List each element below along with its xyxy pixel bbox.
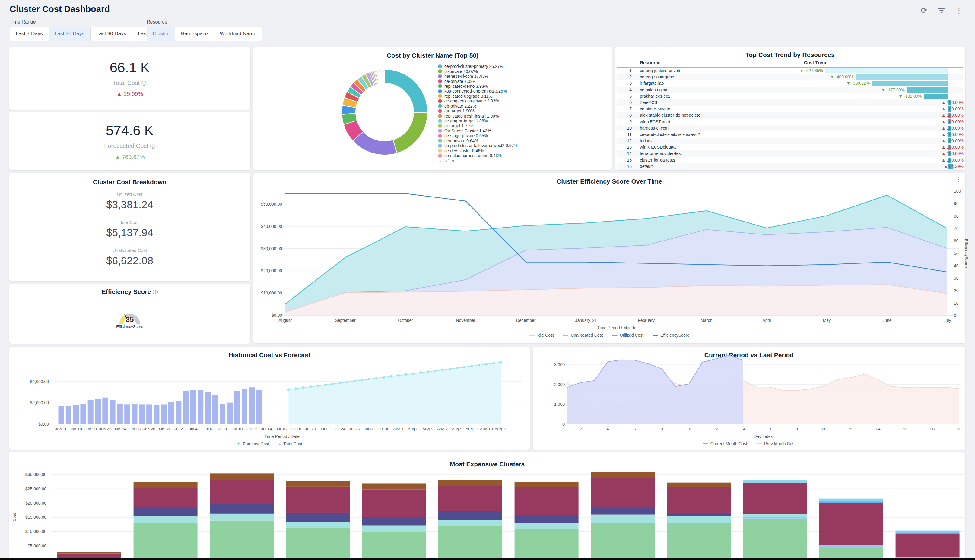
x-axis-tick: 18 [795, 427, 799, 431]
trend-value: ▲ 100.00% [942, 158, 963, 162]
info-icon[interactable]: ⓘ [153, 289, 158, 295]
trend-bar [907, 87, 948, 93]
row-rank: 10 [617, 126, 632, 130]
resource-option-namespace[interactable]: Namespace [175, 27, 214, 41]
legend-dash-icon [756, 443, 762, 444]
x-axis-tick: October [398, 318, 413, 323]
donut-legend-item: replicated-fresh-install 1.90% [438, 113, 518, 118]
cost-by-cluster-donut [253, 56, 612, 168]
idle-cost-value: $5,137.94 [9, 227, 250, 239]
table-row: 1ce-eng-jenkins-private▼ -627.85% [617, 68, 963, 74]
time-range-option-last-7-days[interactable]: Last 7 Days [10, 27, 49, 41]
y-axis-tick-right: 100 [954, 189, 961, 193]
total-cost-bar [197, 390, 203, 424]
resource-option-workload-name[interactable]: Workload Name [214, 27, 263, 41]
legend-page-next-icon[interactable]: ▼ [451, 158, 455, 163]
table-row: 6Zee-ECS▲ 100.00% [617, 100, 963, 106]
total-cost-bar [168, 402, 174, 424]
info-icon[interactable]: ⓘ [150, 143, 156, 149]
x-axis-tick: Jul 8 [218, 427, 227, 431]
legend-dash-icon [612, 335, 617, 336]
x-axis-tick: 2 [580, 427, 582, 431]
table-row: 13wfmx-ECSDelegate▲ 100.00% [617, 144, 963, 150]
info-icon[interactable]: ⓘ [142, 80, 147, 86]
forecast-marker [448, 368, 451, 370]
idle-cost-label: Idle Cost [9, 220, 250, 225]
donut-legend-item: ce-sales-harness-demo 0.43% [438, 153, 518, 158]
time-range-group: Last 7 DaysLast 30 DaysLast 90 DaysLast … [10, 27, 165, 41]
donut-legend-item: replicated-upgrade 3.11% [438, 94, 518, 98]
efficiency-over-time-card: Cluster Efficiency Score Over Time ⋮ $50… [253, 173, 965, 343]
row-resource: wfmxECSTarget [636, 119, 798, 125]
stacked-bar-segment [743, 517, 807, 519]
x-axis-tick: Jun 16 [55, 427, 68, 431]
x-axis-tick: 30 [957, 427, 962, 431]
forecast-marker [390, 375, 393, 378]
row-rank: 7 [617, 107, 632, 111]
x-axis-tick: Aug 9 [452, 427, 462, 431]
filter-icon[interactable] [937, 6, 946, 15]
trend-bar [856, 75, 948, 80]
donut-legend-item: QA Stress Cluster 1.43% [438, 128, 518, 133]
legend-dot-icon [438, 79, 442, 83]
total-cost-bar [80, 403, 86, 424]
total-cost-value: 66.1 K [110, 59, 150, 76]
legend-dot-icon [438, 134, 442, 138]
stacked-bar-segment [438, 520, 502, 526]
donut-legend-item: ce-eng-jenkins-private 2.33% [438, 98, 518, 103]
stacked-bar-segment [896, 534, 960, 557]
resource-option-cluster[interactable]: Cluster [147, 27, 175, 41]
x-axis-tick: Aug 11 [465, 427, 478, 431]
donut-legend-label: ce-dev-cluster 0.46% [444, 148, 484, 153]
time-range-option-last-30-days[interactable]: Last 30 Days [49, 27, 90, 41]
row-resource: default [636, 164, 798, 170]
total-cost-bar [117, 404, 123, 424]
donut-slice [385, 69, 428, 113]
legend-dot-icon [438, 89, 442, 93]
table-row: 12tudors▲ 100.00% [617, 138, 963, 144]
donut-legend-item: harness-ci-ccm 17.95% [438, 74, 518, 79]
donut-legend-label: qb-private 2.22% [444, 104, 477, 108]
row-rank: 4 [617, 87, 632, 92]
legend-item: Unallocated Cost [563, 333, 603, 338]
unallocated-cost-value: $6,622.08 [9, 255, 250, 267]
row-cost-trend: ▼ -627.85% [800, 68, 965, 74]
screen-bottom-edge [0, 558, 975, 560]
forecast-marker [419, 371, 422, 374]
trend-value: ▼ -400.00% [830, 75, 853, 79]
kebab-menu-icon[interactable]: ⋮ [955, 6, 963, 15]
legend-page-prev-icon[interactable]: ▲ [438, 158, 442, 163]
legend-dot-icon [438, 138, 442, 143]
breakdown-item: Idle Cost $5,137.94 [9, 220, 250, 239]
stacked-bar-segment [362, 526, 426, 532]
donut-legend-item: ce-prod-cluster-primary 25.27% [438, 64, 518, 69]
forecasted-cost-label: Forecasted Costⓘ [104, 143, 156, 150]
x-axis-tick: July [943, 318, 951, 323]
stacked-bar-segment [134, 516, 197, 523]
page-title: Cluster Cost Dashboard [10, 4, 110, 14]
total-cost-label: Total Costⓘ [113, 80, 147, 87]
stacked-bar-segment [591, 515, 655, 523]
forecast-marker [309, 385, 312, 388]
forecast-marker [368, 378, 370, 380]
legend-dot-icon [438, 65, 442, 68]
x-axis-tick: Jul 22 [320, 427, 331, 431]
legend-label: EfficiencyScore [661, 333, 689, 338]
legend-dot-icon [438, 124, 442, 128]
x-axis-tick: June [882, 318, 892, 323]
total-cost-bar [191, 390, 196, 424]
donut-legend-pagination: ▲1/3▼ [438, 158, 518, 163]
x-axis-tick: 20 [822, 427, 826, 431]
refresh-icon[interactable]: ⟳ [920, 6, 928, 15]
stacked-bar-segment [438, 485, 502, 511]
trend-bar [924, 94, 948, 99]
table-row: 15cluster-for-qa-tests▲ 100.00% [617, 157, 963, 163]
legend-dot-icon [438, 109, 442, 113]
legend-item: Idle Cost [529, 333, 554, 338]
total-cost-bar [161, 405, 167, 424]
forecasted-cost-value: 574.6 K [106, 122, 154, 138]
row-rank: 3 [617, 81, 632, 86]
time-range-option-last-90-days[interactable]: Last 90 Days [90, 27, 132, 41]
stacked-bar-segment [134, 523, 197, 560]
total-cost-bar [227, 403, 232, 424]
